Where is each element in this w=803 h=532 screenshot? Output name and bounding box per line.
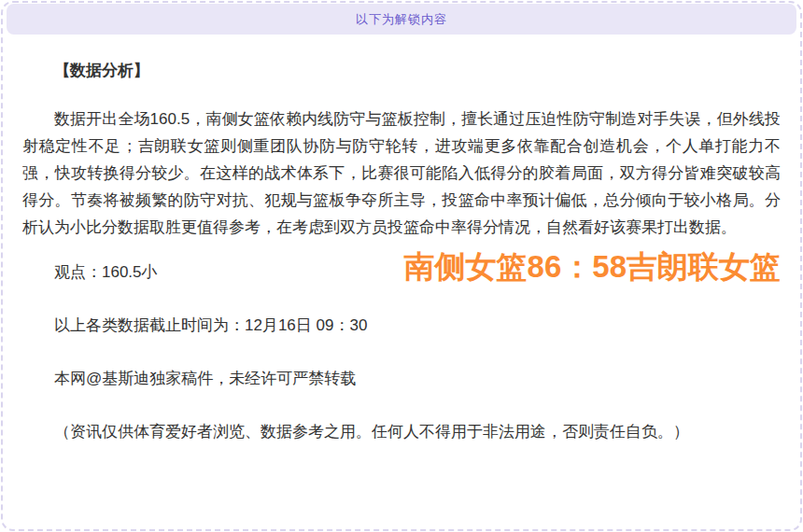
data-cutoff-note: 以上各类数据截止时间为：12月16日 09：30 [22,312,781,339]
prediction-score: 南侧女篮86：58吉朗联女篮 [404,248,781,286]
disclaimer-note: （资讯仅供体育爱好者浏览、数据参考之用。任何人不得用于非法用途，否则责任自负。） [22,418,781,445]
viewpoint-label: 观点：160.5小 [22,259,158,286]
unlocked-content-banner-label: 以下为解锁内容 [356,11,447,28]
section-title-data-analysis: 【数据分析】 [22,61,781,81]
analysis-paragraph: 数据开出全场160.5，南侧女篮依赖内线防守与篮板控制，擅长通过压迫性防守制造对… [22,105,781,241]
unlocked-content-banner: 以下为解锁内容 [7,4,796,35]
copyright-note: 本网@基斯迪独家稿件，未经许可严禁转载 [22,365,781,392]
viewpoint-row: 观点：160.5小 南侧女篮86：58吉朗联女篮 [22,248,781,286]
unlocked-content-panel: 以下为解锁内容 【数据分析】 数据开出全场160.5，南侧女篮依赖内线防守与篮板… [0,0,803,532]
article-body: 【数据分析】 数据开出全场160.5，南侧女篮依赖内线防守与篮板控制，擅长通过压… [0,61,803,445]
